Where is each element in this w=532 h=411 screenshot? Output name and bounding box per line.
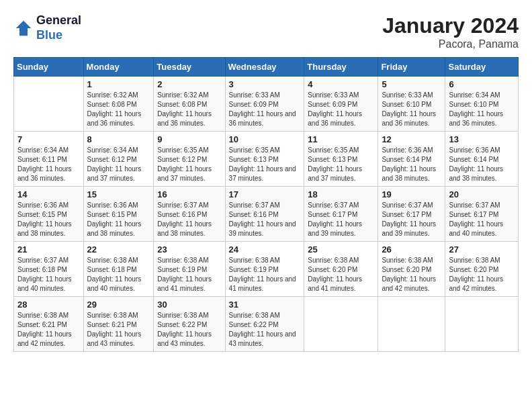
day-number: 25 xyxy=(308,244,374,255)
day-cell: 19Sunrise: 6:37 AMSunset: 6:17 PMDayligh… xyxy=(378,187,445,242)
title-block: January 2024 Pacora, Panama xyxy=(382,13,519,50)
day-info: Sunrise: 6:33 AMSunset: 6:09 PMDaylight:… xyxy=(308,91,374,128)
day-cell: 9Sunrise: 6:35 AMSunset: 6:12 PMDaylight… xyxy=(154,132,225,187)
day-cell: 7Sunrise: 6:34 AMSunset: 6:11 PMDaylight… xyxy=(14,132,84,187)
day-info: Sunrise: 6:33 AMSunset: 6:10 PMDaylight:… xyxy=(382,91,441,128)
day-cell xyxy=(378,297,445,352)
day-info: Sunrise: 6:34 AMSunset: 6:12 PMDaylight:… xyxy=(87,146,150,183)
day-info: Sunrise: 6:37 AMSunset: 6:16 PMDaylight:… xyxy=(229,201,301,238)
day-cell: 13Sunrise: 6:36 AMSunset: 6:14 PMDayligh… xyxy=(445,132,519,187)
day-info: Sunrise: 6:35 AMSunset: 6:13 PMDaylight:… xyxy=(308,146,374,183)
day-number: 20 xyxy=(449,189,515,199)
logo-icon xyxy=(13,18,34,38)
day-number: 16 xyxy=(157,189,221,199)
day-number: 4 xyxy=(308,79,374,89)
calendar-header: SundayMondayTuesdayWednesdayThursdayFrid… xyxy=(14,58,519,77)
day-cell: 21Sunrise: 6:37 AMSunset: 6:18 PMDayligh… xyxy=(14,242,84,297)
day-number: 23 xyxy=(157,244,221,255)
day-number: 22 xyxy=(87,244,150,255)
day-cell: 27Sunrise: 6:38 AMSunset: 6:20 PMDayligh… xyxy=(445,242,519,297)
day-info: Sunrise: 6:37 AMSunset: 6:17 PMDaylight:… xyxy=(308,201,374,238)
logo-line1: General xyxy=(36,13,81,28)
day-number: 1 xyxy=(87,79,150,89)
day-cell xyxy=(445,297,519,352)
day-info: Sunrise: 6:38 AMSunset: 6:22 PMDaylight:… xyxy=(157,311,221,349)
day-cell: 31Sunrise: 6:38 AMSunset: 6:22 PMDayligh… xyxy=(225,297,304,352)
day-info: Sunrise: 6:38 AMSunset: 6:20 PMDaylight:… xyxy=(449,256,515,293)
day-cell: 16Sunrise: 6:37 AMSunset: 6:16 PMDayligh… xyxy=(154,187,225,242)
svg-marker-0 xyxy=(16,20,32,36)
day-cell: 24Sunrise: 6:38 AMSunset: 6:19 PMDayligh… xyxy=(225,242,304,297)
page-header: General Blue January 2024 Pacora, Panama xyxy=(13,13,519,50)
header-cell-saturday: Saturday xyxy=(445,58,519,77)
day-info: Sunrise: 6:32 AMSunset: 6:08 PMDaylight:… xyxy=(87,91,150,128)
location-subtitle: Pacora, Panama xyxy=(382,38,519,50)
day-number: 19 xyxy=(382,189,441,199)
week-row-5: 28Sunrise: 6:38 AMSunset: 6:21 PMDayligh… xyxy=(14,297,519,352)
day-info: Sunrise: 6:37 AMSunset: 6:17 PMDaylight:… xyxy=(382,201,441,238)
day-number: 8 xyxy=(87,134,150,144)
day-info: Sunrise: 6:38 AMSunset: 6:20 PMDaylight:… xyxy=(308,256,374,293)
day-info: Sunrise: 6:37 AMSunset: 6:18 PMDaylight:… xyxy=(17,256,80,293)
day-info: Sunrise: 6:36 AMSunset: 6:14 PMDaylight:… xyxy=(382,146,441,183)
day-info: Sunrise: 6:38 AMSunset: 6:21 PMDaylight:… xyxy=(17,311,80,349)
day-info: Sunrise: 6:37 AMSunset: 6:16 PMDaylight:… xyxy=(157,201,221,238)
day-info: Sunrise: 6:38 AMSunset: 6:19 PMDaylight:… xyxy=(229,256,301,293)
day-number: 15 xyxy=(87,189,150,199)
week-row-2: 7Sunrise: 6:34 AMSunset: 6:11 PMDaylight… xyxy=(14,132,519,187)
day-cell: 22Sunrise: 6:38 AMSunset: 6:18 PMDayligh… xyxy=(83,242,154,297)
day-cell: 3Sunrise: 6:33 AMSunset: 6:09 PMDaylight… xyxy=(225,77,304,132)
day-number: 31 xyxy=(229,300,301,310)
calendar-table: SundayMondayTuesdayWednesdayThursdayFrid… xyxy=(13,57,519,352)
day-cell: 2Sunrise: 6:32 AMSunset: 6:08 PMDaylight… xyxy=(154,77,225,132)
day-cell: 1Sunrise: 6:32 AMSunset: 6:08 PMDaylight… xyxy=(83,77,154,132)
day-cell: 26Sunrise: 6:38 AMSunset: 6:20 PMDayligh… xyxy=(378,242,445,297)
day-number: 14 xyxy=(17,189,80,199)
day-number: 9 xyxy=(157,134,221,144)
logo-text: General Blue xyxy=(36,13,81,42)
day-number: 3 xyxy=(229,79,301,89)
day-cell: 23Sunrise: 6:38 AMSunset: 6:19 PMDayligh… xyxy=(154,242,225,297)
day-info: Sunrise: 6:36 AMSunset: 6:15 PMDaylight:… xyxy=(17,201,80,238)
day-number: 7 xyxy=(17,134,80,144)
week-row-3: 14Sunrise: 6:36 AMSunset: 6:15 PMDayligh… xyxy=(14,187,519,242)
header-cell-tuesday: Tuesday xyxy=(154,58,225,77)
header-cell-sunday: Sunday xyxy=(14,58,84,77)
day-number: 6 xyxy=(449,79,515,89)
day-cell: 8Sunrise: 6:34 AMSunset: 6:12 PMDaylight… xyxy=(83,132,154,187)
day-cell: 11Sunrise: 6:35 AMSunset: 6:13 PMDayligh… xyxy=(304,132,378,187)
header-cell-monday: Monday xyxy=(83,58,154,77)
day-number: 26 xyxy=(382,244,441,255)
week-row-4: 21Sunrise: 6:37 AMSunset: 6:18 PMDayligh… xyxy=(14,242,519,297)
header-cell-wednesday: Wednesday xyxy=(225,58,304,77)
day-cell: 14Sunrise: 6:36 AMSunset: 6:15 PMDayligh… xyxy=(14,187,84,242)
day-number: 21 xyxy=(17,244,80,255)
day-cell xyxy=(304,297,378,352)
day-info: Sunrise: 6:34 AMSunset: 6:11 PMDaylight:… xyxy=(17,146,80,183)
header-row: SundayMondayTuesdayWednesdayThursdayFrid… xyxy=(14,58,519,77)
day-info: Sunrise: 6:38 AMSunset: 6:20 PMDaylight:… xyxy=(382,256,441,293)
day-cell: 17Sunrise: 6:37 AMSunset: 6:16 PMDayligh… xyxy=(225,187,304,242)
day-cell: 29Sunrise: 6:38 AMSunset: 6:21 PMDayligh… xyxy=(83,297,154,352)
day-info: Sunrise: 6:38 AMSunset: 6:22 PMDaylight:… xyxy=(229,311,301,349)
day-cell: 28Sunrise: 6:38 AMSunset: 6:21 PMDayligh… xyxy=(14,297,84,352)
day-info: Sunrise: 6:35 AMSunset: 6:13 PMDaylight:… xyxy=(229,146,301,183)
week-row-1: 1Sunrise: 6:32 AMSunset: 6:08 PMDaylight… xyxy=(14,77,519,132)
day-info: Sunrise: 6:38 AMSunset: 6:21 PMDaylight:… xyxy=(87,311,150,349)
day-info: Sunrise: 6:34 AMSunset: 6:10 PMDaylight:… xyxy=(449,91,515,128)
month-title: January 2024 xyxy=(382,13,519,38)
header-cell-thursday: Thursday xyxy=(304,58,378,77)
day-cell: 25Sunrise: 6:38 AMSunset: 6:20 PMDayligh… xyxy=(304,242,378,297)
day-number: 5 xyxy=(382,79,441,89)
day-cell: 30Sunrise: 6:38 AMSunset: 6:22 PMDayligh… xyxy=(154,297,225,352)
logo-line2: Blue xyxy=(36,28,81,43)
day-info: Sunrise: 6:36 AMSunset: 6:15 PMDaylight:… xyxy=(87,201,150,238)
day-info: Sunrise: 6:33 AMSunset: 6:09 PMDaylight:… xyxy=(229,91,301,128)
day-number: 13 xyxy=(449,134,515,144)
day-number: 2 xyxy=(157,79,221,89)
day-number: 12 xyxy=(382,134,441,144)
day-info: Sunrise: 6:38 AMSunset: 6:18 PMDaylight:… xyxy=(87,256,150,293)
day-info: Sunrise: 6:38 AMSunset: 6:19 PMDaylight:… xyxy=(157,256,221,293)
day-cell: 18Sunrise: 6:37 AMSunset: 6:17 PMDayligh… xyxy=(304,187,378,242)
day-number: 17 xyxy=(229,189,301,199)
